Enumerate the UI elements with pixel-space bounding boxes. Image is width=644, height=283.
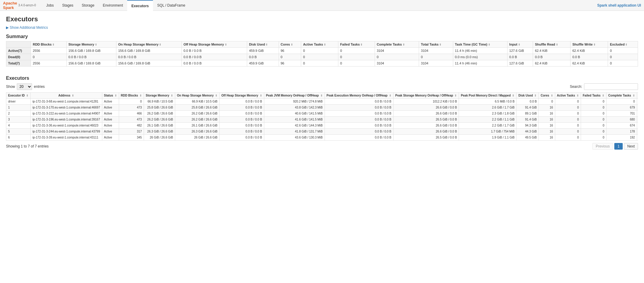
summary-cell: 62.4 KiB: [571, 60, 608, 67]
exec-cell-failed_tasks: 0: [581, 135, 606, 141]
col-executor-id[interactable]: Executor ID ⇕: [6, 93, 31, 99]
summary-col[interactable]: Cores⇕: [279, 41, 301, 48]
page-1-button[interactable]: 1: [614, 143, 623, 150]
col-disk-used[interactable]: Disk Used ⇕: [517, 93, 539, 99]
col-peak-jvm[interactable]: Peak JVM Memory OnHeap / OffHeap ⇕: [264, 93, 325, 99]
col-off-heap-storage[interactable]: Off Heap Storage Memory ⇕: [220, 93, 264, 99]
exec-cell-peak_jvm: 42.6 GiB / 144.3 MiB: [264, 123, 325, 129]
summary-col[interactable]: Excluded⇕: [608, 41, 638, 48]
exec-cell-off_heap_storage: 0.0 B / 0.0 B: [220, 129, 264, 135]
nav-executors[interactable]: Executors: [127, 0, 153, 11]
exec-cell-peak_pool: 1.9 GiB / 1.1 GiB: [459, 135, 517, 141]
table-row: 6ip-172-31-3-39.eu-west-1.compute.intern…: [6, 135, 638, 141]
summary-col[interactable]: Shuffle Write⇕: [571, 41, 608, 48]
exec-cell-disk_used: 89.1 GiB: [517, 111, 539, 117]
summary-col[interactable]: Active Tasks⇕: [301, 41, 338, 48]
summary-cell: 0: [279, 54, 301, 60]
exec-cell-active_tasks: 0: [555, 99, 581, 105]
summary-cell: 3104: [375, 48, 419, 54]
summary-cell: 62.4 KiB: [571, 48, 608, 54]
exec-cell-peak_storage: 26.6 GiB / 0.0 B: [393, 123, 459, 129]
summary-row: Dead(0)00.0 B / 0.0 B0.0 B / 0.0 B0.0 B …: [6, 54, 638, 60]
col-on-heap-storage[interactable]: On Heap Storage Memory ⇕: [175, 93, 220, 99]
exec-cell-complete_tasks: 0: [606, 99, 637, 105]
search-box: Search:: [570, 83, 638, 90]
exec-cell-complete_tasks: 679: [606, 105, 637, 111]
summary-col[interactable]: Input⇕: [507, 41, 533, 48]
nav-environment[interactable]: Environment: [99, 0, 127, 11]
col-peak-exec[interactable]: Peak Execution Memory OnHeap / OffHeap ⇕: [325, 93, 393, 99]
summary-cell: 0: [301, 48, 338, 54]
exec-cell-peak_pool: 2.2 GiB / 1.7 GiB: [459, 123, 517, 129]
summary-cell: 3104: [375, 60, 419, 67]
exec-cell-status: Active: [102, 99, 119, 105]
summary-col[interactable]: Total Tasks⇕: [419, 41, 453, 48]
summary-cell: 0.0 B / 0.0 B: [181, 48, 247, 54]
exec-cell-peak_exec: 0.0 B / 0.0 B: [325, 99, 393, 105]
summary-row-label: Total(7): [6, 60, 31, 67]
show-select[interactable]: 2050100: [17, 83, 32, 90]
summary-cell: 0: [31, 54, 67, 60]
summary-col[interactable]: Failed Tasks⇕: [338, 41, 375, 48]
col-total-tasks[interactable]: Total Tasks ⇕: [637, 93, 638, 99]
summary-cell: 0.0 B: [507, 54, 533, 60]
summary-col[interactable]: On Heap Storage Memory⇕: [116, 41, 181, 48]
exec-cell-off_heap_storage: 0.0 B / 0.0 B: [220, 117, 264, 123]
nav-stages[interactable]: Stages: [58, 0, 77, 11]
col-status[interactable]: Status ⇕: [102, 93, 119, 99]
exec-cell-peak_pool: 6.5 MiB / 0.0 B: [459, 99, 517, 105]
next-button[interactable]: Next: [624, 143, 638, 150]
nav-links: Jobs Stages Storage Environment Executor…: [42, 0, 190, 11]
prev-button[interactable]: Previous: [592, 143, 613, 150]
main-content: Executors ▶ Show Additional Metrics Summ…: [0, 11, 644, 154]
col-complete-tasks[interactable]: Complete Tasks ⇕: [606, 93, 637, 99]
nav-jobs[interactable]: Jobs: [42, 0, 58, 11]
summary-cell: 2556: [31, 48, 67, 54]
col-storage-memory[interactable]: Storage Memory ⇕: [144, 93, 175, 99]
summary-cell: 3104: [419, 48, 453, 54]
summary-cell: 11.4 h (46 min): [453, 48, 507, 54]
exec-cell-on_heap_storage: 26.2 GiB / 26.6 GiB: [175, 117, 220, 123]
exec-cell-peak_exec: 0.0 B / 0.0 B: [325, 105, 393, 111]
exec-cell-cores: 0: [539, 99, 555, 105]
pagination: Previous 1 Next: [592, 143, 638, 150]
col-active-tasks[interactable]: Active Tasks ⇕: [555, 93, 581, 99]
summary-col[interactable]: [6, 41, 31, 48]
nav-sql[interactable]: SQL / DataFrame: [153, 0, 190, 11]
summary-cell: 11.4 h (46 min): [453, 60, 507, 67]
col-cores[interactable]: Cores ⇕: [539, 93, 555, 99]
executors-table: Executor ID ⇕ Address ⇕ Status ⇕ RDD Blo…: [6, 92, 638, 141]
exec-cell-off_heap_storage: 0.0 B / 0.0 B: [220, 105, 264, 111]
summary-col[interactable]: Complete Tasks⇕: [375, 41, 419, 48]
summary-col[interactable]: Disk Used⇕: [247, 41, 279, 48]
exec-cell-address: ip-172-31-3-170.eu-west-1.compute.intern…: [31, 105, 102, 111]
exec-cell-address: ip-172-31-3-68.eu-west-1.compute.interna…: [31, 99, 102, 105]
exec-cell-peak_jvm: 41.6 GiB / 141.5 MiB: [264, 117, 325, 123]
summary-col[interactable]: Task Time (GC Time)⇕: [453, 41, 507, 48]
summary-row: Total(7)2556156.6 GiB / 169.8 GiB156.6 G…: [6, 60, 638, 67]
summary-col[interactable]: Off Heap Storage Memory⇕: [181, 41, 247, 48]
summary-cell: 0.0 B / 0.0 B: [67, 54, 116, 60]
summary-cell: 2556: [31, 60, 67, 67]
summary-cell: 3104: [419, 60, 453, 67]
exec-cell-cores: 16: [539, 135, 555, 141]
summary-cell: 0.0 B: [247, 54, 279, 60]
col-failed-tasks[interactable]: Failed Tasks ⇕: [581, 93, 606, 99]
summary-col[interactable]: Shuffle Read⇕: [533, 41, 571, 48]
nav-storage[interactable]: Storage: [78, 0, 99, 11]
exec-cell-disk_used: 44.3 GiB: [517, 129, 539, 135]
show-metrics-link[interactable]: ▶ Show Additional Metrics: [6, 25, 48, 30]
exec-cell-id: driver: [6, 99, 31, 105]
summary-col[interactable]: Storage Memory⇕: [67, 41, 116, 48]
search-input[interactable]: [584, 83, 638, 90]
exec-cell-peak_pool: 2.6 GiB / 1.7 GiB: [459, 105, 517, 111]
col-address[interactable]: Address ⇕: [31, 93, 102, 99]
col-peak-storage[interactable]: Peak Storage Memory OnHeap / OffHeap ⇕: [393, 93, 459, 99]
col-peak-pool[interactable]: Peak Pool Memory Direct / Mapped ⇕: [459, 93, 517, 99]
col-rdd-blocks[interactable]: RDD Blocks ⇕: [119, 93, 144, 99]
exec-cell-storage_memory: 66.9 KiB / 10.5 GiB: [144, 99, 175, 105]
exec-cell-peak_jvm: 41.8 GiB / 131.7 MiB: [264, 129, 325, 135]
summary-col[interactable]: RDD Blocks⇕: [31, 41, 67, 48]
exec-cell-total_tasks: 679: [637, 105, 638, 111]
exec-cell-failed_tasks: 0: [581, 117, 606, 123]
